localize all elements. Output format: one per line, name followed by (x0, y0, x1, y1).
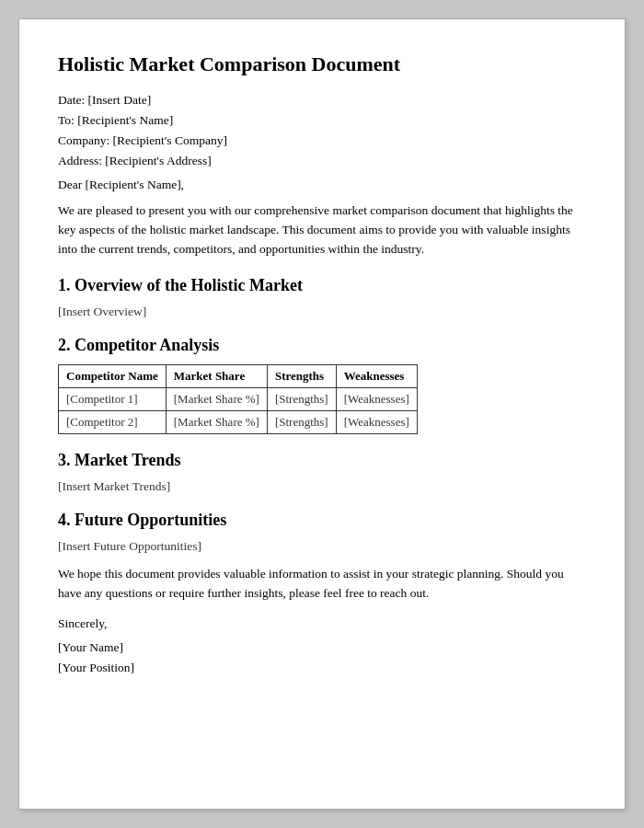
document-title: Holistic Market Comparison Document (58, 52, 586, 76)
competitor-table: Competitor Name Market Share Strengths W… (58, 364, 418, 434)
competitor-1-name: [Competitor 1] (59, 387, 167, 410)
date-line: Date: [Insert Date] (58, 93, 586, 108)
table-row: [Competitor 1] [Market Share %] [Strengt… (59, 387, 418, 410)
competitor-1-strengths: [Strengths] (267, 387, 336, 410)
competitor-2-strengths: [Strengths] (267, 410, 336, 433)
document-container: Holistic Market Comparison Document Date… (18, 18, 626, 810)
competitor-2-market-share: [Market Share %] (166, 410, 267, 433)
section-1-content: [Insert Overview] (58, 305, 586, 319)
competitor-2-weaknesses: [Weaknesses] (336, 410, 417, 433)
table-row: [Competitor 2] [Market Share %] [Strengt… (59, 410, 418, 433)
table-header-row: Competitor Name Market Share Strengths W… (59, 364, 418, 387)
section-4-content: [Insert Future Opportunities] (58, 539, 586, 554)
to-line: To: [Recipient's Name] (58, 113, 586, 128)
competitor-2-name: [Competitor 2] (59, 410, 167, 433)
address-line: Address: [Recipient's Address] (58, 154, 586, 168)
competitor-1-weaknesses: [Weaknesses] (336, 387, 417, 410)
section-3-content: [Insert Market Trends] (58, 479, 586, 494)
col-header-competitor-name: Competitor Name (59, 364, 167, 387)
salutation: Dear [Recipient's Name], (58, 178, 586, 192)
competitor-1-market-share: [Market Share %] (166, 387, 267, 410)
col-header-weaknesses: Weaknesses (336, 364, 417, 387)
section-4-heading: 4. Future Opportunities (58, 511, 586, 530)
closing-name: [Your Name] (58, 640, 586, 655)
closing-paragraph: We hope this document provides valuable … (58, 565, 586, 604)
intro-paragraph: We are pleased to present you with our c… (58, 201, 586, 259)
section-1-heading: 1. Overview of the Holistic Market (58, 276, 586, 295)
closing-position: [Your Position] (58, 661, 586, 675)
section-2-heading: 2. Competitor Analysis (58, 336, 586, 355)
col-header-strengths: Strengths (267, 364, 336, 387)
section-3-heading: 3. Market Trends (58, 451, 586, 470)
company-line: Company: [Recipient's Company] (58, 133, 586, 148)
closing-word: Sincerely, (58, 616, 586, 631)
col-header-market-share: Market Share (166, 364, 267, 387)
